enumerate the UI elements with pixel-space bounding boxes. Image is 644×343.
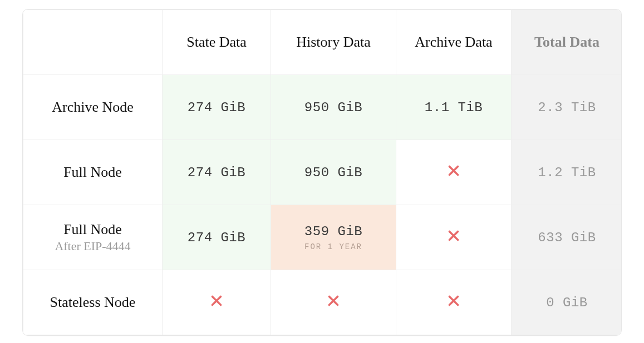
cell-full-node-eip4444-archive: [396, 205, 512, 270]
cell-archive-node-state: 274 GiB: [163, 75, 271, 140]
row-label-full-node-eip4444: Full Node After EIP-4444: [23, 205, 163, 270]
x-icon: [446, 163, 461, 178]
x-icon: [209, 294, 224, 308]
cell-note: FOR 1 YEAR: [271, 242, 396, 251]
cell-full-node-eip4444-state: 274 GiB: [163, 205, 271, 270]
x-icon: [326, 294, 341, 308]
row-title: Full Node: [63, 221, 122, 237]
row-title: Archive Node: [52, 99, 134, 115]
cell-stateless-node-state: [163, 270, 271, 335]
header-blank: [23, 10, 163, 75]
cell-archive-node-history: 950 GiB: [271, 75, 396, 140]
header-state-data: State Data: [163, 10, 271, 75]
row-label-full-node: Full Node: [23, 140, 163, 205]
cell-full-node-eip4444-total: 633 GiB: [512, 205, 622, 270]
x-icon: [446, 228, 461, 243]
cell-archive-node-total: 2.3 TiB: [512, 75, 622, 140]
cell-full-node-total: 1.2 TiB: [512, 140, 622, 205]
header-archive-data: Archive Data: [396, 10, 512, 75]
x-icon: [446, 294, 461, 308]
cell-stateless-node-archive: [396, 270, 512, 335]
table-row: Archive Node 274 GiB 950 GiB 1.1 TiB 2.3…: [23, 75, 622, 140]
row-label-stateless-node: Stateless Node: [23, 270, 163, 335]
row-title: Stateless Node: [50, 294, 136, 310]
nodes-table: State Data History Data Archive Data Tot…: [23, 9, 622, 335]
cell-archive-node-archive: 1.1 TiB: [396, 75, 512, 140]
cell-full-node-eip4444-history: 359 GiB FOR 1 YEAR: [271, 205, 396, 270]
table-row: Stateless Node 0 GiB: [23, 270, 622, 335]
cell-stateless-node-total: 0 GiB: [512, 270, 622, 335]
row-subtitle: After EIP-4444: [23, 239, 162, 253]
cell-stateless-node-history: [271, 270, 396, 335]
header-total-data: Total Data: [512, 10, 622, 75]
row-label-archive-node: Archive Node: [23, 75, 163, 140]
cell-full-node-state: 274 GiB: [163, 140, 271, 205]
cell-full-node-history: 950 GiB: [271, 140, 396, 205]
header-history-data: History Data: [271, 10, 396, 75]
cell-value: 359 GiB: [304, 224, 362, 239]
cell-full-node-archive: [396, 140, 512, 205]
row-title: Full Node: [63, 164, 122, 180]
table-row: Full Node After EIP-4444 274 GiB 359 GiB…: [23, 205, 622, 270]
table-row: Full Node 274 GiB 950 GiB 1.2 TiB: [23, 140, 622, 205]
table-header-row: State Data History Data Archive Data Tot…: [23, 10, 622, 75]
storage-comparison-table: State Data History Data Archive Data Tot…: [22, 9, 622, 336]
